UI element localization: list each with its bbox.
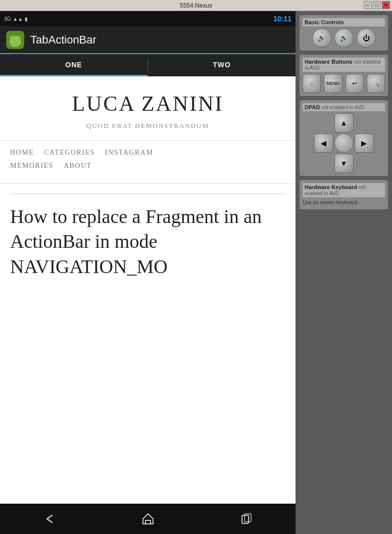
tab-one[interactable]: ONE: [0, 54, 148, 76]
svg-rect-10: [145, 520, 151, 524]
android-logo-icon: [8, 33, 22, 47]
dpad-section: DPAD not enabled in AVD ▲ ◀ ▶ ▼: [300, 100, 388, 176]
action-bar: TabActionBar: [0, 26, 296, 54]
home-hw-button[interactable]: ⌂: [303, 74, 321, 93]
basic-controls-section: Basic Controls 🔈 🔊 ⏻: [300, 15, 388, 51]
basic-controls-title: Basic Controls: [303, 18, 385, 26]
blog-title: LUCA ZANINI: [10, 92, 285, 116]
hw-buttons-row: ⌂ MENU ↩ 🔍: [303, 74, 385, 93]
nav-row-1: HOME CATEGORIES INSTAGRAM: [10, 149, 285, 157]
article-content: How to replace a Fragment in an ActionBa…: [0, 184, 296, 504]
back-hw-button[interactable]: ↩: [346, 74, 364, 93]
dpad-down-button[interactable]: ▼: [334, 154, 354, 173]
maximize-button[interactable]: □: [373, 1, 381, 9]
close-button[interactable]: ✕: [382, 1, 390, 9]
emulator-controls: Basic Controls 🔈 🔊 ⏻ Hardware Buttons no…: [296, 11, 392, 534]
dpad-right-button[interactable]: ▶: [355, 134, 374, 153]
hw-keyboard-title: Hardware Keyboard not enabled in AVD: [303, 183, 385, 197]
nav-item-home[interactable]: HOME: [10, 149, 34, 157]
back-icon: [42, 511, 57, 526]
minimize-button[interactable]: ─: [364, 1, 372, 9]
action-bar-title: TabActionBar: [30, 33, 96, 47]
search-hw-button[interactable]: 🔍: [367, 74, 385, 93]
dpad-topright: [355, 113, 374, 132]
tab-two[interactable]: TWO: [148, 54, 296, 76]
power-button[interactable]: ⏻: [357, 28, 376, 48]
web-content: LUCA ZANINI QUOD ERAT DEMONSTRANDUM HOME…: [0, 76, 296, 504]
window-titlebar: 5554:Nexus ─ □ ✕: [0, 0, 392, 11]
signal-icon: ▲▲: [13, 16, 23, 22]
blog-subtitle: QUOD ERAT DEMONSTRANDUM: [10, 122, 285, 130]
dpad-bottomright: [355, 154, 374, 173]
home-icon: [140, 511, 156, 526]
back-button[interactable]: [37, 509, 62, 529]
nav-row-2: MEMORIES ABOUT: [10, 162, 285, 170]
dpad: ▲ ◀ ▶ ▼: [303, 113, 385, 173]
window-title: 5554:Nexus: [180, 2, 212, 9]
window-controls: ─ □ ✕: [364, 1, 390, 9]
nav-item-about[interactable]: ABOUT: [64, 162, 92, 170]
svg-marker-9: [143, 514, 153, 524]
article-divider: [10, 194, 285, 194]
hw-keyboard-section: Hardware Keyboard not enabled in AVD Use…: [300, 180, 388, 209]
network-type: 3G: [4, 16, 11, 22]
status-time: 10:11: [273, 15, 291, 23]
volume-up-button[interactable]: 🔊: [334, 28, 354, 48]
tabs-bar: ONE TWO: [0, 54, 296, 76]
menu-hw-button[interactable]: MENU: [324, 74, 342, 93]
nav-item-memories[interactable]: MEMORIES: [10, 162, 54, 170]
blog-header: LUCA ZANINI QUOD ERAT DEMONSTRANDUM: [0, 76, 296, 141]
volume-down-button[interactable]: 🔈: [312, 28, 331, 48]
home-button[interactable]: [135, 509, 161, 529]
battery-icon: ▮: [25, 16, 28, 22]
app-icon: [6, 31, 24, 49]
article-title[interactable]: How to replace a Fragment in an ActionBa…: [10, 204, 285, 279]
dpad-topleft: [314, 113, 333, 132]
dpad-note: not enabled in AVD: [321, 105, 364, 110]
status-bar: 3G ▲▲ ▮ 10:11: [0, 11, 296, 26]
nav-item-instagram[interactable]: INSTAGRAM: [105, 149, 154, 157]
nav-item-categories[interactable]: CATEGORIES: [44, 149, 95, 157]
dpad-up-button[interactable]: ▲: [334, 113, 354, 132]
recents-button[interactable]: [234, 509, 259, 529]
svg-point-8: [10, 36, 21, 42]
dpad-title: DPAD not enabled in AVD: [303, 103, 385, 111]
nav-menu: HOME CATEGORIES INSTAGRAM MEMORIES ABOUT: [0, 141, 296, 184]
phone-screen: 3G ▲▲ ▮ 10:11 TabA: [0, 11, 296, 534]
hw-keyboard-subtext: Use on screen keyboard.: [303, 199, 385, 206]
recents-icon: [239, 511, 254, 526]
hardware-buttons-section: Hardware Buttons not enabled in AVD ⌂ ME…: [300, 55, 388, 96]
dpad-left-button[interactable]: ◀: [314, 134, 333, 153]
dpad-center-button[interactable]: [334, 134, 354, 153]
dpad-bottomleft: [314, 154, 333, 173]
basic-control-buttons: 🔈 🔊 ⏻: [303, 28, 385, 48]
hw-buttons-title: Hardware Buttons not enabled in AVD: [303, 58, 385, 72]
bottom-nav: [0, 504, 296, 534]
status-bar-left: 3G ▲▲ ▮: [4, 16, 273, 22]
